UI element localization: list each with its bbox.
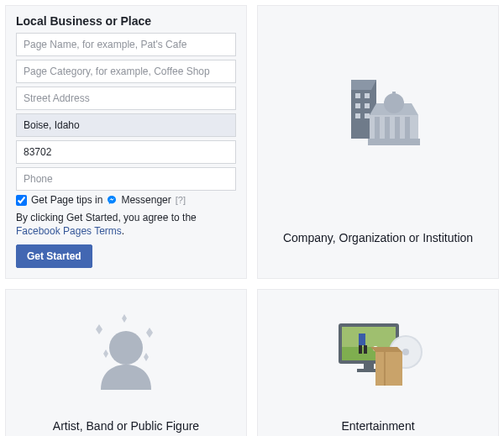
- legal-prefix: By clicking Get Started, you agree to th…: [16, 212, 197, 223]
- company-icon: [268, 14, 488, 224]
- page-category-input[interactable]: [16, 60, 236, 83]
- svg-rect-4: [355, 103, 360, 108]
- page-tips-label-prefix: Get Page tips in: [31, 194, 102, 206]
- tile-local-business: Local Business or Place Get Page tips in…: [5, 5, 247, 279]
- city-input[interactable]: [16, 113, 236, 137]
- choice-label: Artist, Band or Public Figure: [53, 419, 199, 433]
- legal-link[interactable]: Facebook Pages Terms: [16, 225, 122, 237]
- legal-text: By clicking Get Started, you agree to th…: [16, 211, 236, 238]
- svg-marker-20: [144, 353, 149, 361]
- svg-rect-8: [368, 139, 420, 145]
- svg-rect-2: [355, 93, 360, 98]
- svg-point-34: [402, 349, 409, 355]
- svg-rect-37: [384, 352, 386, 386]
- svg-rect-35: [375, 352, 402, 386]
- phone-input[interactable]: [16, 167, 236, 191]
- svg-rect-27: [359, 334, 365, 345]
- svg-rect-16: [405, 117, 410, 139]
- svg-rect-30: [364, 364, 374, 369]
- legal-suffix: .: [122, 225, 124, 237]
- choice-label: Company, Organization or Institution: [283, 231, 473, 244]
- svg-rect-5: [365, 103, 370, 108]
- page-tips-brand: Messenger: [121, 194, 171, 206]
- page-name-input[interactable]: [16, 33, 236, 56]
- entertainment-icon: [268, 298, 488, 412]
- svg-rect-7: [365, 113, 370, 118]
- get-started-button[interactable]: Get Started: [16, 244, 92, 268]
- svg-rect-28: [359, 345, 362, 354]
- page-tips-checkbox[interactable]: [16, 195, 27, 206]
- svg-marker-17: [96, 324, 102, 334]
- svg-rect-14: [385, 117, 390, 139]
- svg-rect-15: [395, 117, 400, 139]
- svg-rect-3: [365, 93, 370, 98]
- svg-marker-19: [103, 349, 108, 358]
- choice-label: Entertainment: [341, 419, 414, 433]
- svg-marker-36: [370, 347, 402, 352]
- svg-marker-21: [122, 314, 127, 323]
- svg-rect-29: [364, 345, 367, 354]
- artist-icon: [16, 298, 236, 412]
- street-address-input[interactable]: [16, 87, 236, 110]
- messenger-icon: [107, 195, 117, 205]
- section-title: Local Business or Place: [16, 14, 236, 28]
- svg-marker-18: [146, 328, 153, 338]
- zip-input[interactable]: [16, 140, 236, 164]
- tile-artist[interactable]: Artist, Band or Public Figure: [5, 289, 247, 436]
- svg-point-22: [109, 331, 143, 365]
- help-icon[interactable]: [?]: [176, 195, 186, 205]
- tile-entertainment[interactable]: Entertainment: [257, 289, 499, 436]
- svg-rect-13: [375, 117, 380, 139]
- svg-rect-12: [392, 92, 396, 97]
- page-tips-row[interactable]: Get Page tips in Messenger [?]: [16, 194, 236, 206]
- svg-rect-6: [355, 113, 360, 118]
- tile-company[interactable]: Company, Organization or Institution: [257, 5, 499, 279]
